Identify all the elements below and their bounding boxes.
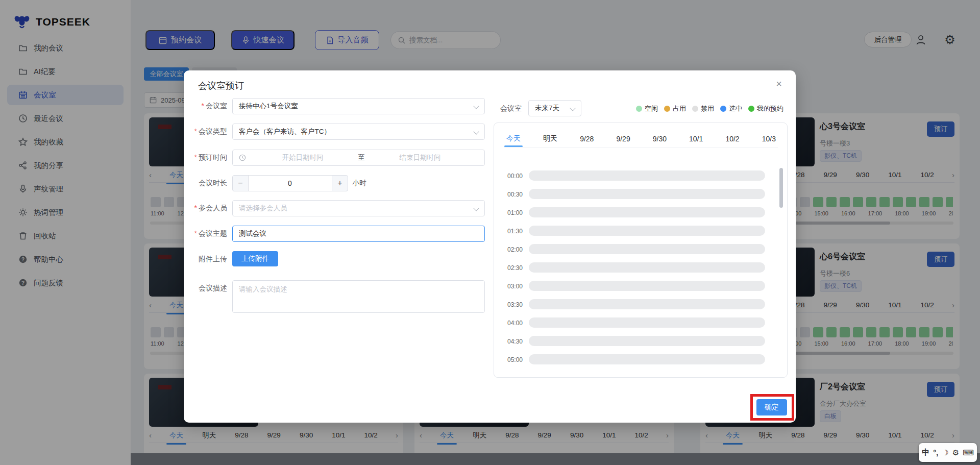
slot-time-label: 00:30 bbox=[494, 191, 523, 198]
day-tabs: 今天明天9/289/299/3010/110/210/3 bbox=[504, 130, 778, 148]
availability-legend: 空闲占用禁用选中我的预约 bbox=[636, 104, 783, 113]
booking-modal: 会议室预订 × *会议室接待中心1号会议室*会议类型客户会（客户来访、客户TC）… bbox=[184, 70, 796, 423]
legend-dot bbox=[664, 106, 670, 112]
required-asterisk: * bbox=[194, 127, 197, 135]
slot-bar[interactable] bbox=[529, 262, 765, 273]
form-row-text: *会议主题测试会议 bbox=[184, 226, 490, 242]
legend-item: 我的预约 bbox=[748, 104, 783, 113]
range-to-label: 至 bbox=[346, 153, 377, 162]
ime-moon-icon[interactable]: ☽ bbox=[942, 448, 948, 457]
slot-time-label: 02:30 bbox=[494, 264, 523, 272]
legend-dot bbox=[748, 106, 754, 112]
legend-item: 选中 bbox=[720, 104, 742, 113]
ime-lang-icon[interactable]: 中 bbox=[922, 448, 929, 457]
slot-time-label: 01:00 bbox=[494, 209, 523, 216]
upload-button[interactable]: 上传附件 bbox=[232, 251, 278, 266]
panel-day-tab[interactable]: 9/29 bbox=[614, 132, 632, 146]
form-row-select: *会议室接待中心1号会议室 bbox=[184, 98, 490, 114]
slot-time-label: 05:00 bbox=[494, 356, 523, 363]
form-row-range: *预订时间开始日期时间至结束日期时间 bbox=[184, 150, 490, 166]
duration-value[interactable]: 0 bbox=[248, 175, 332, 191]
end-datetime-placeholder: 结束日期时间 bbox=[377, 153, 463, 162]
slot-time-label: 01:30 bbox=[494, 228, 523, 235]
panel-day-tab[interactable]: 10/2 bbox=[723, 132, 741, 146]
description-textarea[interactable]: 请输入会议描述 bbox=[232, 280, 485, 313]
form-row-select: *参会人员请选择参会人员 bbox=[184, 200, 490, 216]
plus-button[interactable]: + bbox=[332, 175, 348, 191]
panel-day-tab[interactable]: 今天 bbox=[504, 131, 523, 146]
slot-bar[interactable] bbox=[529, 336, 765, 346]
legend-label: 占用 bbox=[673, 104, 686, 113]
chevron-down-icon bbox=[473, 205, 479, 211]
slot-bar[interactable] bbox=[529, 244, 765, 254]
slot-bar[interactable] bbox=[529, 317, 765, 328]
slot-bar[interactable] bbox=[529, 354, 765, 364]
minus-button[interactable]: − bbox=[232, 175, 249, 191]
form-row-textarea: 会议描述请输入会议描述 bbox=[184, 280, 490, 297]
legend-item: 禁用 bbox=[692, 104, 714, 113]
field-label: 会议描述 bbox=[184, 284, 227, 293]
panel-day-tab[interactable]: 明天 bbox=[541, 131, 559, 146]
field-label: *会议主题 bbox=[184, 229, 227, 238]
slot-bar[interactable] bbox=[529, 299, 765, 309]
chevron-down-icon bbox=[473, 103, 479, 109]
ime-gear-icon[interactable]: ⚙ bbox=[952, 448, 959, 457]
field-label: *会议类型 bbox=[184, 127, 227, 136]
datetime-range-field[interactable]: 开始日期时间至结束日期时间 bbox=[232, 150, 485, 166]
select-field[interactable]: 接待中心1号会议室 bbox=[232, 98, 485, 114]
slot-time-label: 03:00 bbox=[494, 283, 523, 290]
slot-bar[interactable] bbox=[529, 207, 765, 217]
annotation-rect bbox=[750, 394, 794, 421]
ime-keyboard-icon[interactable]: ⌨ bbox=[963, 448, 974, 457]
panel-room-label: 会议室 bbox=[500, 104, 522, 113]
field-label: *参会人员 bbox=[184, 204, 227, 213]
form-row-stepper: 会议时长−0+小时 bbox=[184, 175, 490, 191]
required-asterisk: * bbox=[194, 229, 197, 237]
legend-item: 占用 bbox=[664, 104, 686, 113]
date-range-select[interactable]: 未来7天 bbox=[528, 100, 581, 116]
legend-item: 空闲 bbox=[636, 104, 658, 113]
legend-dot bbox=[636, 106, 642, 112]
start-datetime-placeholder: 开始日期时间 bbox=[259, 153, 346, 162]
modal-title: 会议室预订 bbox=[198, 80, 244, 92]
clock-icon bbox=[239, 154, 246, 161]
ime-punct-icon[interactable]: °, bbox=[933, 448, 938, 457]
slot-bar[interactable] bbox=[529, 189, 765, 199]
slot-time-label: 03:30 bbox=[494, 301, 523, 308]
select-field[interactable]: 客户会（客户来访、客户TC） bbox=[232, 124, 485, 140]
duration-unit: 小时 bbox=[352, 179, 366, 188]
chevron-down-icon bbox=[570, 105, 575, 111]
field-label: *预订时间 bbox=[184, 153, 227, 162]
field-label: 附件上传 bbox=[184, 255, 227, 264]
panel-day-tab[interactable]: 9/30 bbox=[651, 132, 669, 146]
legend-label: 禁用 bbox=[701, 104, 714, 113]
slot-time-label: 04:30 bbox=[494, 338, 523, 345]
required-asterisk: * bbox=[194, 204, 197, 212]
required-asterisk: * bbox=[202, 102, 204, 110]
panel-day-tab[interactable]: 10/3 bbox=[760, 132, 778, 146]
close-icon[interactable]: × bbox=[772, 77, 786, 91]
form-row-select: *会议类型客户会（客户来访、客户TC） bbox=[184, 124, 490, 140]
slot-time-label: 04:00 bbox=[494, 320, 523, 327]
slot-time-label: 02:00 bbox=[494, 246, 523, 253]
slot-bar[interactable] bbox=[529, 170, 765, 181]
chevron-down-icon bbox=[473, 129, 479, 134]
legend-dot bbox=[720, 106, 726, 112]
form-row-upload: 附件上传上传附件 bbox=[184, 251, 490, 267]
subject-input[interactable]: 测试会议 bbox=[232, 226, 485, 242]
select-field[interactable]: 请选择参会人员 bbox=[232, 200, 485, 216]
slot-bar[interactable] bbox=[529, 226, 765, 236]
field-label: *会议室 bbox=[184, 102, 227, 111]
field-label: 会议时长 bbox=[184, 179, 227, 188]
panel-day-tab[interactable]: 10/1 bbox=[687, 132, 705, 146]
slot-bar[interactable] bbox=[529, 281, 765, 291]
legend-label: 空闲 bbox=[645, 104, 658, 113]
legend-dot bbox=[692, 106, 698, 112]
slot-time-label: 00:00 bbox=[494, 173, 523, 180]
legend-label: 我的预约 bbox=[757, 104, 783, 113]
ime-toolbar[interactable]: 中°,☽⚙⌨ bbox=[919, 443, 977, 462]
availability-panel: 今天明天9/289/299/3010/110/210/3 00:0000:300… bbox=[494, 123, 788, 378]
panel-scrollbar[interactable] bbox=[779, 168, 783, 208]
panel-day-tab[interactable]: 9/28 bbox=[578, 132, 596, 146]
required-asterisk: * bbox=[194, 153, 197, 161]
